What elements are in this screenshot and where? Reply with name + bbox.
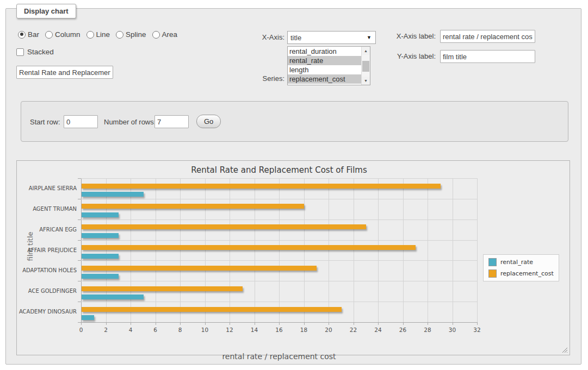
bar-rental_rate-affair-prejudice: [82, 254, 119, 259]
series-options: rental_durationrental_ratelengthreplacem…: [288, 47, 361, 85]
x-tick: [279, 323, 280, 325]
bar-rental_rate-airplane-sierra: [82, 192, 144, 197]
x-tick: [403, 323, 404, 325]
legend-item-rental_rate[interactable]: rental_rate: [488, 258, 554, 266]
x-tick-label: 0: [71, 327, 91, 333]
x-axis-selected-value: title: [290, 34, 301, 42]
x-tick-label: 22: [344, 327, 363, 333]
radio-label-column: Column: [55, 30, 81, 39]
x-axis-label-input[interactable]: [440, 30, 535, 43]
resize-grip-icon[interactable]: [561, 347, 567, 353]
legend-label-replacement_cost: replacement_cost: [500, 270, 554, 277]
row-range-panel: [21, 101, 568, 142]
start-row-label: Start row:: [30, 118, 60, 126]
chart-container: Rental Rate and Replacement Cost of Film…: [16, 160, 570, 355]
gridline-h: [81, 178, 477, 179]
gridline-v: [180, 178, 181, 322]
x-tick: [255, 323, 255, 325]
number-of-rows-label: Number of rows:: [104, 118, 156, 126]
radio-spline[interactable]: [116, 31, 123, 39]
category-label: ACADEMY DINOSAUR: [17, 309, 77, 315]
gridline-h: [81, 240, 477, 241]
series-listbox[interactable]: rental_durationrental_ratelengthreplacem…: [287, 46, 370, 85]
gridline-v: [230, 178, 230, 322]
legend-swatch-replacement_cost: [488, 269, 497, 278]
x-tick-label: 6: [146, 327, 165, 333]
x-tick-label: 10: [195, 327, 215, 333]
legend-item-replacement_cost[interactable]: replacement_cost: [488, 269, 554, 278]
category-label: AGENT TRUMAN: [17, 206, 77, 212]
bar-replacement_cost-ace-goldfinger: [82, 286, 243, 291]
y-axis-label-field-label: Y-Axis label:: [380, 52, 436, 60]
x-axis-label-field-label: X-Axis label:: [380, 32, 436, 40]
bar-rental_rate-agent-truman: [82, 212, 119, 217]
x-tick-label: 32: [467, 327, 487, 333]
x-axis-select-label: X-Axis:: [228, 33, 284, 41]
scrollbar-thumb[interactable]: [362, 61, 369, 72]
y-tick: [78, 178, 81, 179]
chart-title-input[interactable]: [16, 66, 113, 79]
gridline-h: [81, 281, 477, 281]
x-tick: [428, 323, 428, 325]
series-option-length[interactable]: length: [288, 65, 361, 74]
gridline-v: [279, 178, 280, 322]
chart-type-option-bar: Bar: [18, 30, 39, 39]
gridline-v: [453, 178, 453, 322]
y-tick: [78, 260, 81, 261]
scroll-down-icon[interactable]: ▼: [362, 77, 370, 85]
x-tick: [180, 323, 181, 325]
x-tick-label: 24: [368, 327, 388, 333]
gridline-v: [131, 178, 131, 322]
y-axis-label-input[interactable]: [440, 50, 535, 63]
panel-title: Display chart: [16, 4, 76, 18]
x-axis-select[interactable]: title ▼: [287, 31, 376, 44]
y-tick: [78, 240, 81, 241]
x-tick-label: 26: [393, 327, 413, 333]
scroll-up-icon[interactable]: ▲: [362, 47, 370, 55]
gridline-h: [81, 260, 477, 261]
chart-legend: rental_ratereplacement_cost: [483, 254, 559, 281]
x-tick: [230, 323, 230, 325]
x-tick: [378, 323, 379, 325]
bar-replacement_cost-adaptation-holes: [82, 266, 317, 271]
gridline-h: [81, 199, 477, 199]
y-tick: [78, 281, 81, 281]
series-scrollbar[interactable]: ▲ ▼: [361, 47, 370, 85]
x-tick: [106, 323, 107, 325]
x-tick-label: 14: [245, 327, 264, 333]
category-label: AIRPLANE SIERRA: [17, 185, 77, 191]
bar-rental_rate-adaptation-holes: [82, 274, 119, 279]
go-button[interactable]: Go: [196, 115, 221, 128]
number-of-rows-input[interactable]: [154, 115, 189, 128]
x-tick: [329, 323, 329, 325]
series-option-rental_duration[interactable]: rental_duration: [288, 47, 361, 56]
series-option-rental_rate[interactable]: rental_rate: [288, 56, 361, 65]
gridline-v: [378, 178, 379, 322]
x-tick-label: 30: [443, 327, 462, 333]
chart-type-option-spline: Spline: [116, 30, 146, 39]
radio-label-area: Area: [162, 30, 178, 39]
stacked-checkbox[interactable]: [16, 48, 24, 56]
chart-plot-area: 02468101214161820222426283032AIRPLANE SI…: [81, 178, 477, 322]
start-row-input[interactable]: [64, 115, 98, 128]
radio-column[interactable]: [45, 31, 53, 39]
x-tick: [131, 323, 131, 325]
x-tick: [81, 323, 82, 325]
gridline-v: [255, 178, 255, 322]
radio-bar[interactable]: [18, 31, 26, 39]
radio-line[interactable]: [86, 31, 94, 39]
bar-replacement_cost-agent-truman: [82, 204, 304, 209]
bar-rental_rate-ace-goldfinger: [82, 294, 144, 299]
y-axis-line: [81, 178, 82, 323]
gridline-v: [205, 178, 206, 322]
x-tick-label: 12: [220, 327, 239, 333]
bar-replacement_cost-academy-dinosaur: [82, 307, 342, 312]
series-list-label: Series:: [228, 74, 284, 83]
series-option-replacement_cost[interactable]: replacement_cost: [288, 74, 361, 84]
radio-label-line: Line: [96, 30, 110, 39]
y-tick: [78, 199, 81, 199]
chevron-down-icon: ▼: [367, 35, 372, 40]
gridline-v: [329, 178, 329, 322]
radio-area[interactable]: [152, 31, 160, 39]
gridline-h: [81, 302, 477, 302]
